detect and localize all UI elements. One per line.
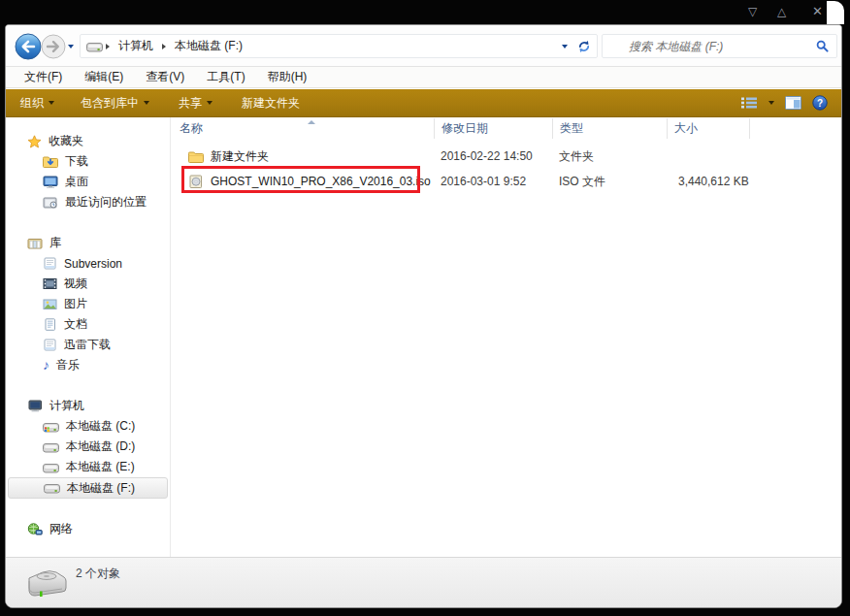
menu-edit[interactable]: 编辑(E)	[78, 67, 130, 87]
drive-icon	[43, 441, 59, 453]
search-icon[interactable]	[816, 40, 829, 52]
address-bar[interactable]: 计算机 本地磁盘 (F:)	[80, 34, 598, 58]
column-header-type[interactable]: 类型	[552, 117, 667, 140]
library-icon	[27, 237, 43, 249]
drive-icon	[43, 462, 59, 473]
column-label: 类型	[560, 121, 583, 135]
include-in-library-label: 包含到库中	[81, 95, 139, 112]
explorer-window: 计算机 本地磁盘 (F:)	[5, 24, 842, 608]
computer-icon	[27, 400, 43, 412]
sidebar-label: 桌面	[65, 174, 88, 190]
file-type: 文件夹	[559, 144, 594, 169]
sidebar-item-libraries[interactable]: 库	[6, 233, 170, 253]
sidebar-item-network[interactable]: 网络	[6, 519, 170, 539]
sidebar-item-desktop[interactable]: 桌面	[8, 172, 168, 192]
share-button[interactable]: 共享	[179, 95, 212, 112]
list-view-icon[interactable]	[740, 96, 758, 110]
sidebar-label: 网络	[49, 521, 73, 537]
sidebar-item-local-disk-c[interactable]: 本地磁盘 (C:)	[8, 416, 168, 437]
sidebar-item-downloads[interactable]: 下载	[8, 151, 168, 172]
menu-tools[interactable]: 工具(T)	[200, 67, 251, 87]
column-header-date-modified[interactable]: 修改日期	[434, 117, 552, 140]
sidebar-item-local-disk-e[interactable]: 本地磁盘 (E:)	[8, 457, 168, 477]
sidebar-item-music[interactable]: ♪ 音乐	[8, 355, 168, 375]
maximize-button[interactable]: △	[777, 4, 786, 19]
library-item-icon	[43, 257, 57, 270]
documents-icon	[43, 318, 57, 331]
sidebar-section-computer: 计算机 本地磁盘 (C:)	[6, 396, 170, 499]
sidebar-item-thunder-downloads[interactable]: 迅雷下载	[8, 335, 168, 355]
sidebar-section-libraries: 库 Subversion	[6, 233, 170, 375]
column-label: 大小	[674, 121, 698, 135]
column-label: 修改日期	[441, 121, 488, 135]
sidebar-label: 收藏夹	[49, 133, 83, 149]
sidebar-label: 本地磁盘 (E:)	[66, 459, 135, 475]
drive-icon	[44, 482, 60, 494]
desktop-icon	[43, 176, 58, 188]
search-input[interactable]	[603, 36, 816, 56]
sidebar-item-recent-places[interactable]: 最近访问的位置	[8, 192, 168, 212]
include-in-library-button[interactable]: 包含到库中	[81, 95, 149, 112]
sidebar-label: 视频	[64, 276, 87, 292]
sidebar-label: 迅雷下载	[64, 337, 111, 353]
forward-button[interactable]	[41, 34, 66, 59]
window-corner	[827, 1, 844, 24]
close-button[interactable]: ✕	[812, 4, 823, 19]
minimize-button[interactable]: ▽	[748, 4, 757, 19]
column-header-name[interactable]: 名称	[172, 117, 434, 140]
sidebar-label: 计算机	[49, 398, 84, 414]
chevron-down-icon	[144, 101, 149, 105]
sidebar-item-videos[interactable]: 视频	[8, 274, 168, 294]
navigation-pane: 收藏夹 下载	[6, 117, 171, 557]
menu-view[interactable]: 查看(V)	[139, 67, 191, 87]
sidebar-item-local-disk-d[interactable]: 本地磁盘 (D:)	[8, 437, 168, 457]
preview-pane-icon[interactable]	[785, 96, 801, 110]
chevron-down-icon	[207, 101, 212, 105]
breadcrumb-computer[interactable]: 计算机	[113, 36, 159, 56]
file-rows: 新建文件夹 2016-02-22 14:50 文件夹 GHOST_WIN10_P…	[172, 140, 841, 557]
new-folder-button[interactable]: 新建文件夹	[242, 95, 300, 112]
videos-icon	[43, 277, 57, 290]
recent-pages-chevron-icon[interactable]	[68, 45, 74, 49]
sidebar-item-subversion[interactable]: Subversion	[8, 253, 168, 274]
refresh-icon[interactable]	[577, 40, 591, 53]
back-button[interactable]	[15, 33, 42, 60]
sidebar-label: 音乐	[56, 357, 80, 373]
sidebar-item-local-disk-f[interactable]: 本地磁盘 (F:)	[8, 477, 168, 499]
sidebar-label: 最近访问的位置	[65, 194, 147, 211]
navigation-bar: 计算机 本地磁盘 (F:)	[6, 25, 841, 67]
command-toolbar: 组织 包含到库中 共享 新建文件夹	[6, 89, 841, 117]
library-item-icon	[43, 339, 57, 351]
sidebar-label: 库	[49, 235, 61, 251]
sidebar-item-favorites[interactable]: 收藏夹	[6, 131, 170, 151]
file-date: 2016-03-01 9:52	[441, 169, 526, 194]
breadcrumb-separator-icon	[106, 44, 110, 49]
column-separator[interactable]	[749, 118, 750, 139]
address-history-chevron-icon[interactable]	[562, 45, 568, 49]
sidebar-label: 本地磁盘 (F:)	[67, 480, 135, 497]
sidebar-item-documents[interactable]: 文档	[8, 314, 168, 335]
views-chevron-icon[interactable]	[768, 101, 774, 105]
breadcrumb-local-disk-f[interactable]: 本地磁盘 (F:)	[169, 36, 248, 56]
pictures-icon	[43, 298, 57, 310]
recent-places-icon	[43, 196, 58, 209]
drive-icon	[86, 41, 103, 52]
organize-label: 组织	[20, 95, 44, 112]
menu-file[interactable]: 文件(F)	[17, 67, 69, 87]
menu-help[interactable]: 帮助(H)	[261, 67, 314, 87]
help-icon[interactable]: ?	[812, 95, 828, 111]
column-label: 名称	[180, 121, 203, 135]
breadcrumb-separator-icon	[162, 44, 166, 49]
file-list-pane: 名称 修改日期 类型 大小	[172, 117, 841, 557]
download-folder-icon	[43, 155, 58, 168]
organize-button[interactable]: 组织	[20, 95, 54, 112]
sidebar-item-pictures[interactable]: 图片	[8, 294, 168, 314]
file-type: ISO 文件	[559, 169, 605, 194]
sidebar-label: 本地磁盘 (D:)	[66, 438, 135, 455]
sidebar-item-computer[interactable]: 计算机	[6, 396, 170, 416]
column-header-size[interactable]: 大小	[667, 117, 749, 140]
sidebar-label: 本地磁盘 (C:)	[66, 418, 135, 435]
sidebar-label: 下载	[65, 153, 88, 170]
sort-ascending-icon	[308, 120, 315, 124]
search-box[interactable]	[602, 34, 837, 58]
